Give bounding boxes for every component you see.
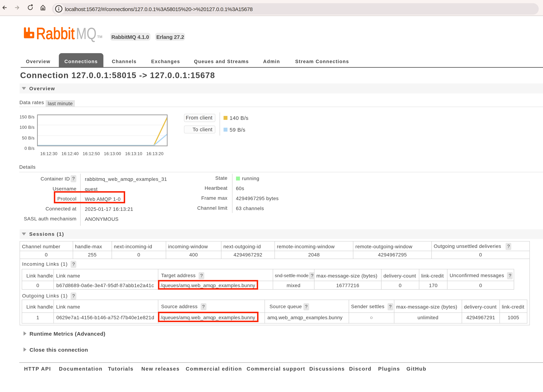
svg-text:TM: TM bbox=[97, 35, 102, 39]
svg-text:MQ: MQ bbox=[76, 24, 96, 42]
svg-text:Rabbit: Rabbit bbox=[36, 24, 74, 42]
